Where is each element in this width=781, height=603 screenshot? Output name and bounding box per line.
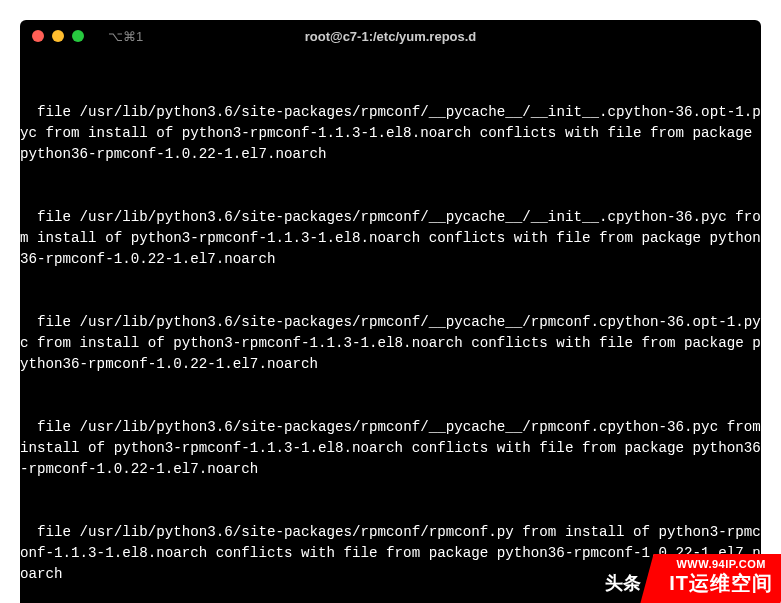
watermark-main-text: IT运维空间 bbox=[669, 570, 773, 597]
tab-indicator: ⌥⌘1 bbox=[108, 29, 143, 44]
terminal-window: ⌥⌘1 root@c7-1:/etc/yum.repos.d file /usr… bbox=[20, 20, 761, 603]
output-line: file /usr/lib/python3.6/site-packages/rp… bbox=[20, 417, 761, 480]
output-line: file /usr/lib/python3.6/site-packages/rp… bbox=[20, 207, 761, 270]
traffic-lights bbox=[32, 30, 84, 42]
close-button[interactable] bbox=[32, 30, 44, 42]
watermark-back-text: 头条 bbox=[605, 571, 641, 595]
watermark-url: WWW.94IP.COM bbox=[677, 558, 767, 570]
output-line: file /usr/lib/python3.6/site-packages/rp… bbox=[20, 312, 761, 375]
title-bar: ⌥⌘1 root@c7-1:/etc/yum.repos.d bbox=[20, 20, 761, 52]
output-line: file /usr/lib/python3.6/site-packages/rp… bbox=[20, 102, 761, 165]
watermark: 头条 WWW.94IP.COM IT运维空间 bbox=[593, 554, 781, 603]
watermark-front-badge: WWW.94IP.COM IT运维空间 bbox=[641, 554, 781, 603]
minimize-button[interactable] bbox=[52, 30, 64, 42]
terminal-output[interactable]: file /usr/lib/python3.6/site-packages/rp… bbox=[20, 52, 761, 603]
maximize-button[interactable] bbox=[72, 30, 84, 42]
window-title: root@c7-1:/etc/yum.repos.d bbox=[305, 29, 477, 44]
